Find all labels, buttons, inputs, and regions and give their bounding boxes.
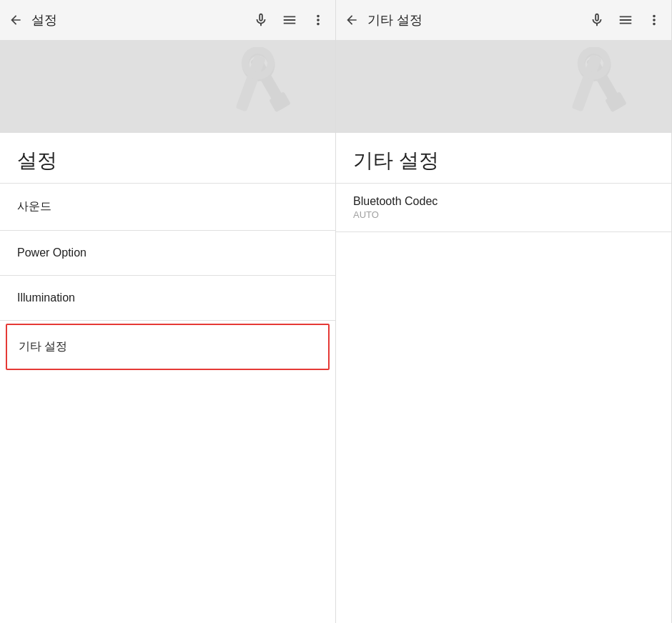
left-content: 설정 사운드 Power Option Illumination 기타 설정 <box>0 133 335 623</box>
left-more-icon[interactable] <box>310 11 327 29</box>
right-panel: 기타 설정 <box>336 0 672 623</box>
left-menu-icon[interactable] <box>281 11 298 29</box>
menu-item-power[interactable]: Power Option <box>0 231 335 276</box>
right-topbar: 기타 설정 <box>336 0 671 40</box>
right-back-button[interactable]: 기타 설정 <box>345 11 423 29</box>
svg-rect-8 <box>572 54 602 112</box>
left-back-arrow-icon <box>9 13 23 27</box>
menu-item-sound[interactable]: 사운드 <box>0 184 335 231</box>
svg-rect-3 <box>236 54 266 112</box>
right-mic-icon[interactable] <box>588 11 606 29</box>
right-back-arrow-icon <box>345 13 359 27</box>
right-page-title: 기타 설정 <box>336 133 671 184</box>
right-menu-svg <box>618 12 633 28</box>
left-header-image <box>0 40 335 133</box>
right-menu-icon[interactable] <box>617 11 634 29</box>
left-page-title: 설정 <box>0 133 335 184</box>
right-more-dots-svg <box>646 12 662 28</box>
right-mic-svg <box>589 12 605 28</box>
right-wrench-decoration <box>564 47 650 129</box>
bluetooth-codec-item[interactable]: Bluetooth Codec AUTO <box>336 184 671 232</box>
right-more-icon[interactable] <box>646 11 663 29</box>
right-topbar-icons <box>588 11 663 29</box>
menu-svg <box>282 12 297 28</box>
right-wrench-svg <box>564 47 650 126</box>
right-topbar-title: 기타 설정 <box>367 11 423 29</box>
wrench-svg <box>228 47 314 126</box>
left-back-button[interactable]: 설정 <box>9 11 57 29</box>
left-panel: 설정 <box>0 0 336 623</box>
right-header-image <box>336 40 671 133</box>
mic-svg <box>253 12 269 28</box>
bluetooth-codec-title: Bluetooth Codec <box>353 195 654 208</box>
bluetooth-codec-subtitle: AUTO <box>353 209 654 220</box>
left-topbar-title: 설정 <box>31 11 57 29</box>
left-topbar: 설정 <box>0 0 335 40</box>
right-content: 기타 설정 Bluetooth Codec AUTO <box>336 133 671 623</box>
left-mic-icon[interactable] <box>252 11 270 29</box>
menu-item-illumination[interactable]: Illumination <box>0 276 335 321</box>
left-topbar-icons <box>252 11 327 29</box>
menu-item-other-settings[interactable]: 기타 설정 <box>6 324 330 370</box>
more-dots-svg <box>310 12 326 28</box>
left-wrench-decoration <box>228 47 314 129</box>
